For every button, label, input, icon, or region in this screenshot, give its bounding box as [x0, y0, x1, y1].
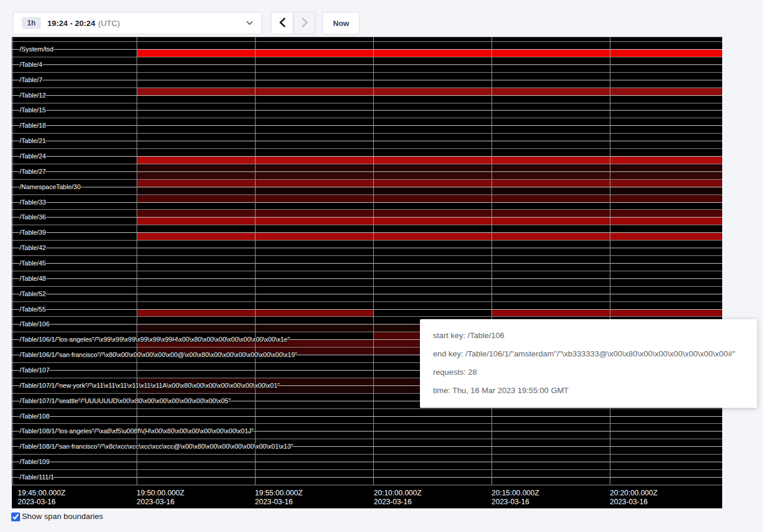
span-boundary-line: [12, 103, 722, 103]
key-label: /Table/36: [20, 213, 46, 221]
previous-time-window-button[interactable]: [271, 12, 293, 34]
span-boundary-line: [12, 164, 722, 164]
span-boundary-line: [12, 408, 722, 409]
chevron-right-icon: [302, 18, 308, 29]
span-boundary-line: [12, 469, 722, 470]
span-boundary-line: [12, 286, 722, 287]
key-label: /Table/111/1: [20, 473, 54, 481]
span-boundary-line: [12, 416, 722, 417]
tooltip-line: time: Thu, 16 Mar 2023 19:55:00 GMT: [433, 386, 751, 395]
show-span-boundaries-control[interactable]: Show span boundaries: [11, 512, 103, 521]
chevron-left-icon: [279, 18, 286, 29]
key-label: /Table/106: [20, 320, 50, 328]
key-label: /Table/108/1/"los angeles"/"\xa8\xf5\u00…: [20, 427, 254, 435]
key-label: /Table/52: [20, 290, 46, 298]
span-boundary-line: [12, 64, 722, 65]
heatmap-band[interactable]: [137, 310, 255, 317]
span-boundary-line: [12, 80, 722, 80]
span-boundary-line: [12, 95, 722, 96]
span-boundary-line: [12, 41, 722, 42]
span-boundary-line: [12, 309, 722, 310]
key-label: /Table/4: [20, 60, 43, 69]
heatmap-band[interactable]: [137, 157, 722, 164]
now-button[interactable]: Now: [322, 12, 360, 34]
key-label: /Table/107/1/"seattle"/"UUUUUUD\x00\x80\…: [20, 397, 231, 405]
key-label: /Table/33: [20, 198, 46, 206]
span-boundary-line: [12, 148, 722, 149]
span-boundary-line: [12, 118, 722, 118]
key-label: /Table/27: [20, 167, 46, 176]
key-label: /Table/55: [20, 305, 46, 313]
time-range-selector[interactable]: 1h 19:24 - 20:24 (UTC): [13, 12, 262, 34]
time-gridline: [610, 37, 610, 485]
heatmap-band[interactable]: [137, 164, 722, 171]
key-label: /Table/24: [20, 152, 46, 160]
key-label: /Table/21: [20, 137, 46, 145]
heatmap-band[interactable]: [137, 172, 722, 179]
key-label: /Table/107: [20, 366, 50, 374]
span-boundary-line: [12, 156, 722, 157]
heatmap-band[interactable]: [137, 210, 722, 217]
span-boundary-line: [12, 225, 722, 225]
show-span-boundaries-checkbox[interactable]: [11, 512, 20, 521]
time-axis-label: 20:20:00.000Z2023-03-16: [610, 489, 658, 507]
span-boundary-line: [12, 240, 722, 241]
span-boundary-line: [12, 49, 722, 50]
span-boundary-line: [12, 316, 722, 317]
span-boundary-line: [12, 37, 722, 37]
span-boundary-line: [12, 72, 722, 73]
time-gridline: [12, 37, 13, 485]
key-visualizer-canvas[interactable]: /System/tsd/Table/4/Table/7/Table/12/Tab…: [12, 37, 722, 508]
span-boundary-line: [12, 301, 722, 302]
key-label: /Table/108/1/"san francisco"/"\x8c\xcc\x…: [20, 442, 293, 450]
span-boundary-line: [12, 255, 722, 256]
chevron-down-icon: [246, 21, 253, 25]
time-window-nav: [271, 12, 316, 34]
key-label: /System/tsd: [20, 45, 53, 53]
tooltip-line: requests: 28: [433, 368, 751, 377]
show-span-boundaries-label: Show span boundaries: [22, 512, 103, 521]
span-boundary-line: [12, 423, 722, 424]
next-time-window-button[interactable]: [293, 12, 316, 34]
key-label: /Table/48: [20, 274, 46, 283]
span-boundary-line: [12, 485, 722, 485]
key-label: /Table/107/1/"new york"/"\x11\x11\x11\x1…: [20, 381, 280, 390]
time-range-timezone: (UTC): [98, 19, 120, 28]
key-label: /Table/7: [20, 76, 43, 84]
span-boundary-line: [12, 232, 722, 233]
heatmap-band[interactable]: [255, 310, 373, 317]
span-boundary-line: [12, 87, 722, 88]
time-axis-label: 19:50:00.000Z2023-03-16: [137, 489, 185, 507]
key-label: /NamespaceTable/30: [20, 183, 80, 191]
span-boundary-line: [12, 477, 722, 478]
key-label: /Table/18: [20, 121, 46, 129]
span-boundary-line: [12, 125, 722, 126]
time-axis-label: 19:55:00.000Z2023-03-16: [255, 489, 303, 507]
heatmap-band[interactable]: [137, 195, 722, 202]
time-gridline: [373, 37, 374, 485]
time-axis-label: 20:15:00.000Z2023-03-16: [492, 489, 539, 507]
span-boundary-line: [12, 57, 722, 57]
heatmap-band[interactable]: [137, 88, 722, 95]
heatmap-band[interactable]: [492, 310, 610, 317]
key-label: /Table/12: [20, 91, 46, 99]
span-boundary-line: [12, 202, 722, 203]
heatmap-band[interactable]: [137, 187, 722, 194]
span-boundary-line: [12, 217, 722, 218]
span-boundary-line: [12, 133, 722, 134]
key-visualizer-page: 1h 19:24 - 20:24 (UTC) Now /System/tsd/T…: [0, 0, 763, 532]
key-label: /Table/106/1/"san francisco"/"\x80\x00\x…: [20, 351, 298, 359]
span-boundary-line: [12, 248, 722, 248]
span-boundary-line: [12, 171, 722, 172]
heatmap-band[interactable]: [137, 233, 722, 240]
span-boundary-line: [12, 271, 722, 271]
span-boundary-line: [12, 110, 722, 111]
heatmap-band[interactable]: [137, 180, 722, 187]
key-label: /Table/109: [20, 458, 50, 466]
heatmap-band[interactable]: [137, 50, 722, 57]
heatmap-band[interactable]: [137, 218, 722, 225]
span-boundary-line: [12, 194, 722, 195]
key-label: /Table/108: [20, 412, 50, 420]
tooltip-line: start key: /Table/106: [433, 331, 751, 340]
heatmap-band[interactable]: [610, 310, 722, 317]
